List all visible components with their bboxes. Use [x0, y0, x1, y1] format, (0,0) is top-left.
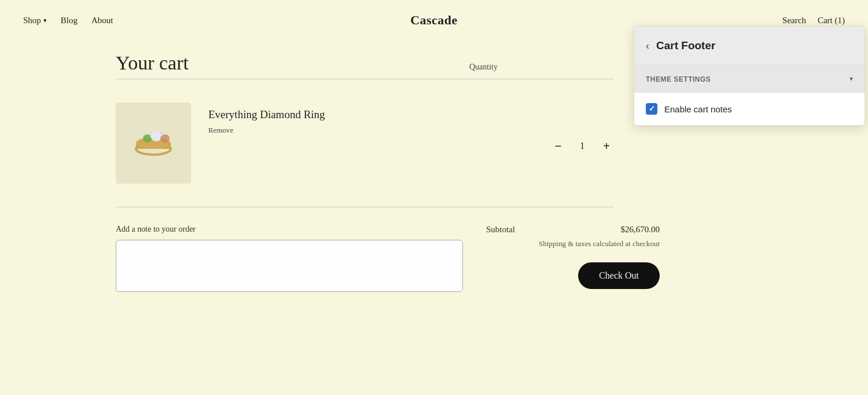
note-textarea[interactable] [116, 240, 463, 292]
panel-back-button[interactable]: ‹ [646, 41, 649, 51]
subtotal-value: $26,670.00 [621, 225, 660, 235]
top-divider [116, 79, 613, 79]
note-label: Add a note to your order [116, 225, 463, 234]
remove-button[interactable]: Remove [208, 126, 233, 135]
bottom-divider [116, 207, 613, 207]
cart-footer-panel: ‹ Cart Footer THEME SETTINGS ▾ Enable ca… [634, 26, 865, 126]
site-title: Cascade [410, 13, 458, 28]
cart-item-row: Everything Diamond Ring Remove − 1 + [116, 91, 613, 195]
increase-quantity-button[interactable]: + [599, 139, 613, 153]
checkout-button[interactable]: Check Out [578, 262, 660, 289]
shop-chevron-icon: ▾ [43, 17, 47, 24]
panel-title: Cart Footer [656, 39, 715, 52]
blog-link[interactable]: Blog [61, 16, 78, 25]
quantity-controls: − 1 + [551, 133, 613, 153]
svg-point-5 [160, 134, 170, 142]
cart-item: Everything Diamond Ring Remove [116, 91, 325, 195]
decrease-quantity-button[interactable]: − [551, 139, 565, 153]
subtotal-row: Subtotal $26,670.00 [486, 225, 660, 235]
cart-item-info: Everything Diamond Ring Remove [208, 103, 325, 135]
note-section: Add a note to your order [116, 225, 463, 294]
shop-menu-button[interactable]: Shop ▾ [23, 16, 47, 25]
summary-section: Subtotal $26,670.00 Shipping & taxes cal… [486, 225, 660, 289]
ring-image-svg [127, 123, 179, 163]
shop-label: Shop [23, 16, 41, 25]
cart-title: Your cart [116, 52, 189, 74]
subtotal-label: Subtotal [486, 225, 515, 235]
cart-header: Your cart Quantity [116, 52, 613, 74]
search-button[interactable]: Search [782, 16, 806, 25]
product-image [116, 103, 191, 184]
panel-header: ‹ Cart Footer [634, 27, 865, 65]
theme-settings-label: THEME SETTINGS [646, 75, 711, 83]
about-link[interactable]: About [91, 16, 113, 25]
quantity-header: Quantity [469, 63, 498, 72]
enable-cart-notes-checkbox[interactable] [646, 103, 657, 115]
shipping-note: Shipping & taxes calculated at checkout [486, 239, 660, 248]
panel-section-header[interactable]: THEME SETTINGS ▾ [634, 65, 865, 93]
panel-body: Enable cart notes [634, 93, 865, 125]
enable-cart-notes-label: Enable cart notes [664, 104, 732, 114]
cart-button[interactable]: Cart (1) [818, 16, 845, 25]
cart-footer-section: Add a note to your order Subtotal $26,67… [116, 225, 613, 294]
item-name: Everything Diamond Ring [208, 108, 325, 121]
cart-page: Your cart Quantity [0, 41, 637, 317]
theme-settings-chevron-icon: ▾ [849, 75, 853, 83]
quantity-value: 1 [576, 141, 588, 151]
